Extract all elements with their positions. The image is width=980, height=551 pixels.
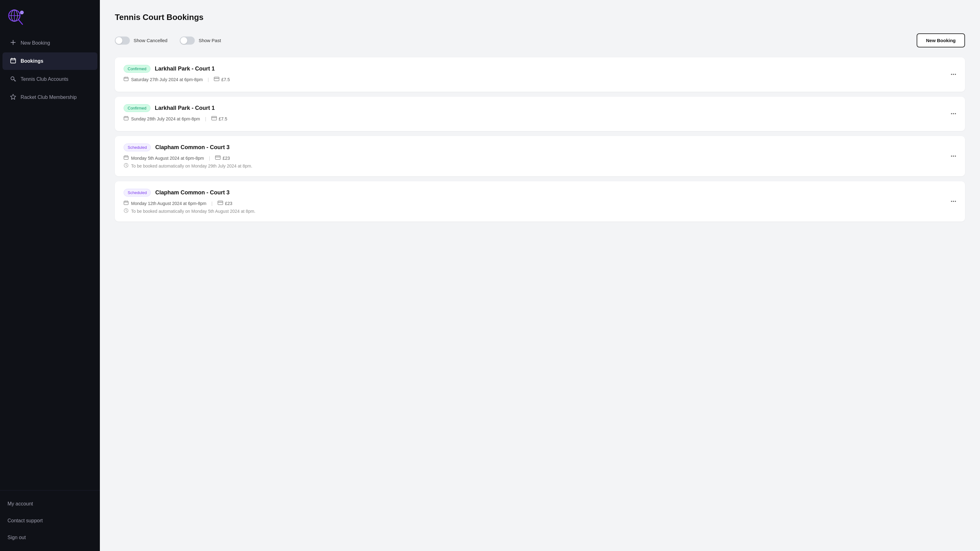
new-booking-button[interactable]: New Booking (916, 33, 965, 48)
booking-date: Monday 5th August 2024 at 6pm-8pm (131, 156, 204, 161)
main-content: Tennis Court Bookings Show Cancelled Sho… (100, 0, 980, 551)
sidebar-item-label: Racket Club Membership (21, 95, 77, 100)
svg-marker-16 (11, 94, 16, 100)
svg-rect-21 (214, 77, 219, 81)
status-badge: Confirmed (124, 65, 150, 73)
sidebar: New Booking Bookings (0, 0, 100, 551)
booking-details: Sunday 28th July 2024 at 6pm-8pm | £7.5 (124, 116, 956, 122)
booking-price: £23 (223, 156, 230, 161)
toggle-knob (180, 37, 187, 44)
my-account-label: My account (8, 501, 33, 507)
svg-rect-27 (212, 116, 216, 120)
svg-rect-9 (11, 59, 16, 63)
calendar-icon (124, 200, 129, 206)
svg-rect-33 (215, 156, 220, 159)
booking-price-group: £23 (215, 156, 230, 161)
svg-rect-17 (124, 77, 128, 81)
booking-header: Confirmed Larkhall Park - Court 1 (124, 104, 956, 112)
booking-price: £7.5 (219, 116, 227, 121)
svg-point-6 (22, 11, 23, 13)
calendar-icon (124, 76, 129, 83)
svg-rect-38 (124, 201, 128, 205)
booking-note-text: To be booked automatically on Monday 5th… (131, 209, 256, 214)
svg-line-37 (126, 166, 127, 166)
booking-card: Scheduled Clapham Common - Court 3 Monda… (115, 181, 965, 222)
booking-price-group: £23 (218, 201, 232, 206)
sign-out-link[interactable]: Sign out (0, 529, 100, 546)
sidebar-item-label: Tennis Club Accounts (21, 76, 68, 82)
sidebar-item-label: New Booking (21, 40, 50, 46)
credit-card-icon (211, 116, 217, 121)
app-logo-icon (8, 9, 24, 25)
sign-out-label: Sign out (8, 535, 26, 540)
my-account-link[interactable]: My account (0, 495, 100, 512)
booking-venue: Clapham Common - Court 3 (155, 189, 229, 196)
svg-line-46 (126, 211, 127, 211)
svg-rect-29 (124, 156, 128, 159)
svg-line-4 (19, 20, 22, 24)
sidebar-item-tennis-club-accounts[interactable]: Tennis Club Accounts (3, 70, 97, 88)
plus-icon (10, 39, 16, 47)
booking-venue: Larkhall Park - Court 1 (155, 105, 215, 111)
sidebar-item-racket-club-membership[interactable]: Racket Club Membership (3, 89, 97, 106)
status-badge: Scheduled (124, 143, 151, 151)
sidebar-bottom: My account Contact support Sign out (0, 490, 100, 551)
more-options-button[interactable]: ··· (948, 109, 959, 119)
sidebar-logo (0, 0, 100, 31)
booking-price: £23 (225, 201, 232, 206)
booking-details: Monday 5th August 2024 at 6pm-8pm | £23 (124, 155, 956, 161)
calendar-icon (124, 155, 129, 161)
contact-support-link[interactable]: Contact support (0, 512, 100, 529)
star-icon (10, 94, 16, 101)
booking-note: To be booked automatically on Monday 5th… (124, 208, 956, 214)
booking-details: Saturday 27th July 2024 at 6pm-8pm | £7.… (124, 76, 230, 83)
show-cancelled-toggle[interactable] (115, 37, 130, 44)
sidebar-nav: New Booking Bookings (0, 31, 100, 490)
toolbar: Show Cancelled Show Past New Booking (115, 33, 965, 48)
page-title: Tennis Court Bookings (115, 13, 965, 22)
svg-rect-42 (218, 201, 223, 205)
show-cancelled-label: Show Cancelled (134, 38, 167, 43)
booking-header: Confirmed Larkhall Park - Court 1 (124, 65, 956, 73)
booking-note: To be booked automatically on Monday 29t… (124, 163, 956, 169)
sidebar-item-bookings[interactable]: Bookings (3, 52, 97, 70)
booking-price-group: £7.5 (211, 116, 227, 121)
credit-card-icon (214, 77, 220, 82)
clock-icon (124, 208, 129, 214)
booking-card: Confirmed Larkhall Park - Court 1 Sunday… (115, 97, 965, 131)
bookings-list: Confirmed Larkhall Park - Court 1 Saturd… (115, 57, 965, 227)
booking-venue: Clapham Common - Court 3 (155, 144, 229, 151)
booking-header: Scheduled Clapham Common - Court 3 (124, 143, 956, 151)
show-cancelled-group: Show Cancelled (115, 37, 167, 44)
booking-note-text: To be booked automatically on Monday 29t… (131, 164, 252, 168)
more-options-button[interactable]: ··· (948, 151, 959, 162)
status-badge: Confirmed (124, 104, 150, 112)
show-past-label: Show Past (199, 38, 221, 43)
booking-card: Scheduled Clapham Common - Court 3 Monda… (115, 136, 965, 176)
booking-header: Scheduled Clapham Common - Court 3 (124, 189, 956, 197)
sidebar-item-label: Bookings (21, 58, 43, 64)
credit-card-icon (218, 201, 223, 206)
credit-card-icon (215, 156, 221, 161)
show-past-group: Show Past (180, 37, 221, 44)
booking-venue: Larkhall Park - Court 1 (155, 65, 215, 72)
show-past-toggle[interactable] (180, 37, 195, 44)
contact-support-label: Contact support (8, 518, 43, 524)
more-options-button[interactable]: ··· (948, 69, 959, 80)
key-icon (10, 76, 16, 83)
booking-price-group: £7.5 (214, 77, 230, 82)
booking-date: Monday 12th August 2024 at 6pm-8pm (131, 201, 206, 206)
status-badge: Scheduled (124, 189, 151, 197)
sidebar-item-new-booking[interactable]: New Booking (3, 34, 97, 52)
booking-details: Monday 12th August 2024 at 6pm-8pm | £23 (124, 200, 956, 206)
clock-icon (124, 163, 129, 169)
svg-rect-23 (124, 117, 128, 120)
booking-card: Confirmed Larkhall Park - Court 1 Saturd… (115, 57, 965, 92)
booking-date: Saturday 27th July 2024 at 6pm-8pm (131, 77, 203, 82)
calendar-icon (10, 57, 16, 65)
booking-price: £7.5 (221, 77, 230, 82)
more-options-button[interactable]: ··· (948, 196, 959, 207)
booking-date: Sunday 28th July 2024 at 6pm-8pm (131, 116, 200, 121)
calendar-icon (124, 116, 129, 122)
toggle-knob (116, 37, 123, 44)
